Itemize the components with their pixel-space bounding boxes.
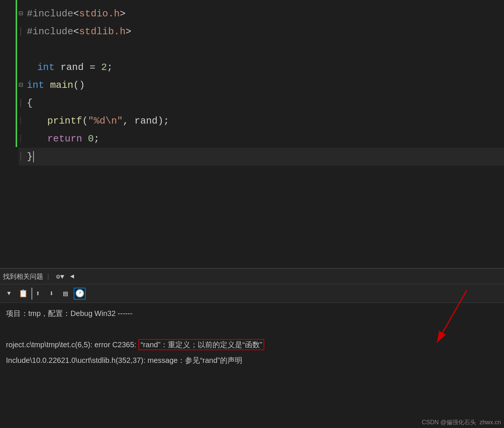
text-cursor [33,151,34,162]
keyword-return: return [47,130,82,148]
align-right-btn[interactable]: ▤ [60,288,71,300]
include-path-1: stdio.h [79,5,119,23]
code-line-1: ⊟ #include<stdio.h> [19,5,504,23]
parens-5: () [73,76,85,94]
number-0: 0 [88,130,94,148]
code-line-3 [19,41,504,58]
include-path-2: stdlib.h [79,23,125,41]
error-prefix: roject.c\tmp\tmp\tet.c(6,5): error C2365… [6,341,138,349]
space-5 [44,76,50,94]
preprocessor-2: #include [27,23,73,41]
green-bar [16,0,17,147]
sort-asc-btn[interactable]: ⬆ [31,288,43,300]
bracket-2: < [73,23,79,41]
watermark-csdn: CSDN @偏强化石头 [422,419,476,425]
code-line-8: ┊ return 0 ; [19,130,504,148]
fold-empty-4 [19,58,27,76]
brace-open: { [27,94,33,112]
code-content: ⊟ #include<stdio.h> │ #include<stdlib.h>… [19,3,504,166]
svg-line-1 [437,290,467,342]
code-line-4: int rand = 2 ; [19,58,504,76]
semicolon-4: ; [107,58,113,76]
number-2: 2 [101,58,107,76]
dropdown-btn[interactable]: ▼ [3,288,15,300]
keyword-int-2: int [27,76,44,94]
keyword-int-1: int [37,58,55,76]
clock-btn[interactable]: 🕐 [74,288,86,300]
fold-bar-6: │ [19,94,25,112]
fold-icon-1[interactable]: ⊟ [19,5,25,23]
error-highlight-box: “rand”：重定义；以前的定义是“函数” [138,339,265,350]
toolbar-separator: | [46,273,50,280]
arrow-annotation [400,283,482,357]
bracket-close-1: > [120,5,126,23]
func-main: main [50,76,73,94]
code-editor: ⊟ #include<stdio.h> │ #include<stdlib.h>… [0,0,504,268]
panel-toolbar: 找到相关问题 | ⚙▼ ◄ [0,269,504,284]
bracket-1: < [73,5,79,23]
paren-open-7: ( [82,112,88,130]
brace-close: } [27,148,33,166]
fold-icon-5[interactable]: ⊟ [19,76,25,94]
code-text-4: rand = [55,58,101,76]
code-line-2: │ #include<stdlib.h> [19,23,504,41]
code-line-7: ┊ printf ( "%d\n" , rand); [19,112,504,130]
watermark: CSDN @偏强化石头 zhwx.cn [419,417,504,428]
watermark-site: zhwx.cn [479,419,501,425]
bracket-close-2: > [125,23,131,41]
code-line-6: │ { [19,94,504,112]
fold-bar-7: ┊ [19,112,25,130]
fold-icon-2: │ [19,23,25,41]
comma-7: , rand); [123,112,169,130]
preprocessor-1: #include [27,5,73,23]
semicolon-8: ; [94,130,100,148]
func-printf: printf [47,112,82,130]
fold-empty-3 [19,41,27,58]
panel-label: 找到相关问题 [3,272,43,281]
string-format: "%d\n" [88,112,123,130]
nav-left-icon[interactable]: ◄ [68,272,76,281]
panel-area: 找到相关问题 | ⚙▼ ◄ ▼ 📋 ⬆ ⬇ ▤ 🕐 项目：tmp，配置：Debu… [0,269,504,428]
code-line-9: │ } [19,148,504,166]
space-8 [82,130,88,148]
fold-bar-9: │ [19,148,25,166]
sort-desc-btn[interactable]: ⬇ [45,288,57,300]
code-line-5: ⊟ int main () [19,76,504,94]
fold-bar-8: ┊ [19,130,25,148]
copy-btn[interactable]: 📋 [17,288,29,300]
filter-icon[interactable]: ⚙▼ [55,272,66,281]
